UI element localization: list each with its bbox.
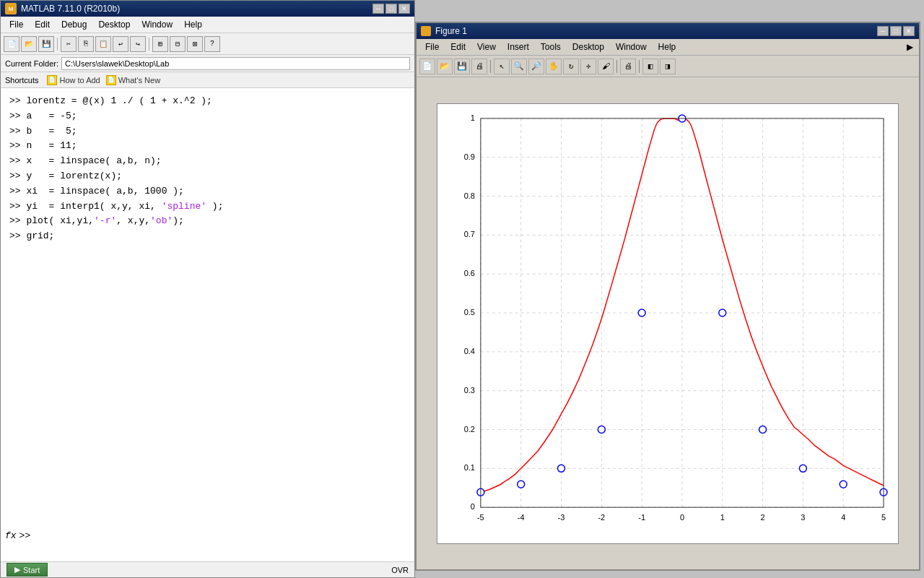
code-line-2: >> a = -5; bbox=[9, 109, 406, 124]
bottom-prompt: >> bbox=[19, 530, 31, 541]
y-tick-08: 0.8 bbox=[464, 191, 475, 199]
menu-debug[interactable]: Debug bbox=[56, 18, 92, 31]
fig-new-button[interactable]: 📄 bbox=[419, 59, 435, 74]
y-tick-04: 0.4 bbox=[464, 346, 475, 355]
figure-minimize-button[interactable]: ─ bbox=[877, 26, 889, 36]
menu-edit[interactable]: Edit bbox=[29, 18, 56, 31]
fig-print2-button[interactable]: 🖨 bbox=[620, 59, 636, 74]
figure-close-button[interactable]: ✕ bbox=[903, 26, 915, 36]
command-window[interactable]: >> lorentz = @(x) 1 ./ ( 1 + x.^2 ); >> … bbox=[1, 88, 414, 561]
fig-save-button[interactable]: 💾 bbox=[454, 59, 470, 74]
fig-open-button[interactable]: 📂 bbox=[437, 59, 453, 74]
fig-menu-desktop[interactable]: Desktop bbox=[567, 40, 610, 53]
fig-menu-expand[interactable]: ▶ bbox=[904, 40, 916, 53]
fig-zoom-in-button[interactable]: 🔍 bbox=[511, 59, 527, 74]
matlab-title-bar: M MATLAB 7.11.0 (R2010b) ─ □ ✕ bbox=[1, 1, 414, 17]
figure-toolbar: 📄 📂 💾 🖨 ↖ 🔍 🔎 ✋ ↻ ✛ 🖌 🖨 ◧ ◨ bbox=[417, 56, 919, 77]
x-tick-2: 2 bbox=[761, 513, 765, 522]
redo-button[interactable]: ↪ bbox=[130, 36, 146, 52]
code-line-4: >> n = 11; bbox=[9, 139, 406, 154]
y-tick-0: 0 bbox=[471, 502, 475, 511]
figure-window: Figure 1 ─ □ ✕ File Edit View Insert Too… bbox=[415, 22, 920, 571]
ovr-indicator: OVR bbox=[391, 566, 409, 574]
menu-file[interactable]: File bbox=[4, 18, 29, 31]
figure-title: Figure 1 bbox=[435, 26, 467, 36]
x-tick-n4: -4 bbox=[518, 513, 525, 522]
fig-plottools-left-button[interactable]: ◧ bbox=[642, 59, 658, 74]
x-tick-5: 5 bbox=[881, 513, 886, 522]
data-point-7 bbox=[719, 309, 726, 316]
y-tick-05: 0.5 bbox=[464, 308, 475, 316]
paste-button[interactable]: 📋 bbox=[95, 36, 111, 52]
svg-rect-0 bbox=[437, 104, 898, 543]
fx-symbol: fx bbox=[5, 530, 17, 541]
x-tick-n2: -2 bbox=[598, 513, 605, 522]
toolbar-sep1 bbox=[57, 38, 58, 51]
fig-menu-view[interactable]: View bbox=[471, 40, 502, 53]
fig-rotate-button[interactable]: ↻ bbox=[563, 59, 579, 74]
code-line-7: >> xi = linspace( a,b, 1000 ); bbox=[9, 184, 406, 199]
x-tick-n5: -5 bbox=[477, 513, 484, 522]
figure-title-controls: ─ □ ✕ bbox=[877, 26, 915, 36]
cut-button[interactable]: ✂ bbox=[61, 36, 77, 52]
open-file-button[interactable]: 📂 bbox=[21, 36, 37, 52]
fig-menu-file[interactable]: File bbox=[419, 40, 445, 53]
figure-title-left: Figure 1 bbox=[421, 26, 467, 36]
fig-print-button[interactable]: 🖨 bbox=[471, 59, 487, 74]
profiler-button[interactable]: ⊠ bbox=[187, 36, 203, 52]
figure-title-bar: Figure 1 ─ □ ✕ bbox=[417, 23, 919, 39]
copy-button[interactable]: ⎘ bbox=[78, 36, 94, 52]
fig-menu-help[interactable]: Help bbox=[653, 40, 682, 53]
fig-select-button[interactable]: ↖ bbox=[494, 59, 510, 74]
fig-menu-insert[interactable]: Insert bbox=[502, 40, 535, 53]
undo-button[interactable]: ↩ bbox=[113, 36, 128, 52]
y-tick-01: 0.1 bbox=[464, 463, 475, 472]
data-point-5 bbox=[638, 309, 645, 316]
fig-plottools-right-button[interactable]: ◨ bbox=[660, 59, 676, 74]
y-tick-03: 0.3 bbox=[464, 385, 475, 394]
fig-sep3 bbox=[639, 60, 640, 73]
close-button[interactable]: ✕ bbox=[398, 4, 410, 14]
fig-menu-tools[interactable]: Tools bbox=[535, 40, 567, 53]
fig-brush-button[interactable]: 🖌 bbox=[598, 59, 614, 74]
code-line-9: >> plot( xi,yi,'-r', x,y,'ob'); bbox=[9, 214, 406, 229]
menu-window[interactable]: Window bbox=[136, 18, 178, 31]
matlab-main-window: M MATLAB 7.11.0 (R2010b) ─ □ ✕ File Edit… bbox=[0, 0, 415, 578]
new-file-button[interactable]: 📄 bbox=[4, 36, 19, 52]
current-folder-bar: Current Folder: bbox=[1, 55, 414, 72]
shortcut-how-to-add[interactable]: 📄 How to Add bbox=[47, 75, 100, 85]
save-button[interactable]: 💾 bbox=[38, 36, 54, 52]
maximize-button[interactable]: □ bbox=[385, 4, 397, 14]
data-point-9 bbox=[799, 465, 806, 472]
menu-desktop[interactable]: Desktop bbox=[92, 18, 136, 31]
start-button[interactable]: ▶ Start bbox=[6, 563, 48, 577]
plot-container: 0 0.1 0.2 0.3 0.4 0.5 0.6 0.7 0.8 0.9 1 … bbox=[437, 103, 899, 544]
fig-datacursor-button[interactable]: ✛ bbox=[580, 59, 596, 74]
figure-maximize-button[interactable]: □ bbox=[890, 26, 902, 36]
fig-menu-window[interactable]: Window bbox=[610, 40, 653, 53]
menu-help[interactable]: Help bbox=[178, 18, 208, 31]
toolbar-sep2 bbox=[149, 38, 149, 51]
data-point-10 bbox=[840, 480, 847, 488]
matlab-logo: M bbox=[5, 3, 17, 14]
fig-zoom-out-button[interactable]: 🔎 bbox=[528, 59, 544, 74]
data-point-3 bbox=[558, 465, 565, 472]
help-button[interactable]: ? bbox=[204, 36, 220, 52]
x-tick-3: 3 bbox=[801, 513, 805, 522]
code-line-3: >> b = 5; bbox=[9, 124, 406, 139]
fig-pan-button[interactable]: ✋ bbox=[546, 59, 562, 74]
folder-path-input[interactable] bbox=[61, 57, 410, 70]
simulink-button[interactable]: ⊞ bbox=[152, 36, 168, 52]
fig-menu-edit[interactable]: Edit bbox=[445, 40, 471, 53]
fig-sep2 bbox=[616, 60, 617, 73]
shortcut-whats-new[interactable]: 📄 What's New bbox=[106, 75, 160, 85]
code-line-1: >> lorentz = @(x) 1 ./ ( 1 + x.^2 ); bbox=[9, 94, 406, 109]
minimize-button[interactable]: ─ bbox=[372, 4, 384, 14]
code-line-10: >> grid; bbox=[9, 229, 406, 244]
code-line-8: >> yi = interp1( x,y, xi, 'spline' ); bbox=[9, 199, 406, 215]
start-icon: ▶ bbox=[14, 565, 20, 574]
data-point-8 bbox=[759, 426, 767, 433]
x-tick-n3: -3 bbox=[558, 513, 565, 522]
plot-area: 0 0.1 0.2 0.3 0.4 0.5 0.6 0.7 0.8 0.9 1 … bbox=[417, 77, 919, 569]
guide-button[interactable]: ⊟ bbox=[170, 36, 186, 52]
